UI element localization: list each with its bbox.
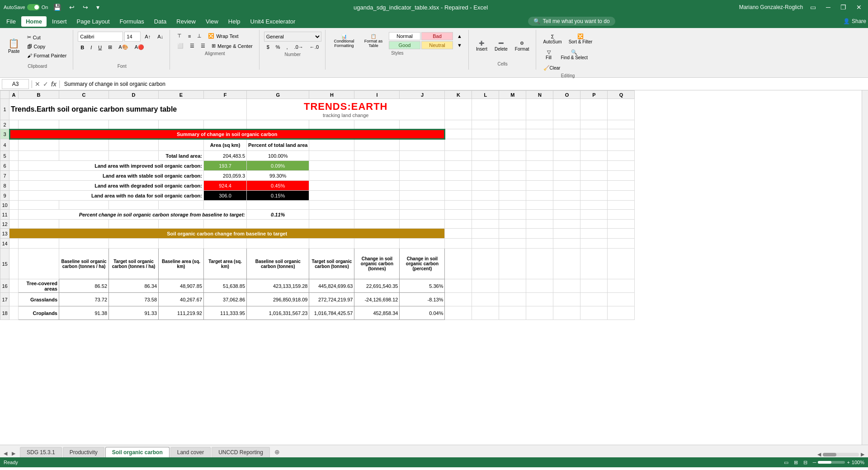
decrease-font-btn[interactable]: A↓ [155,33,166,41]
styles-up-btn[interactable]: ▲ [454,32,465,40]
cell-M3[interactable] [499,129,526,139]
row-header-6[interactable]: 6 [0,161,9,171]
cell-L7[interactable] [472,171,499,181]
tab-next-btn[interactable]: ▶ [10,450,17,457]
cell-A1[interactable]: Trends.Earth soil organic carbon summary… [9,99,247,120]
cell-M8[interactable] [499,181,526,191]
cell-F15[interactable]: Target area (sq. km) [204,249,247,279]
cell-O5[interactable] [553,151,580,161]
style-bad[interactable]: Bad [421,32,453,40]
row-header-11[interactable]: 11 [0,210,9,220]
cell-H6[interactable] [309,161,354,171]
cell-A14[interactable] [9,239,19,249]
cell-J12[interactable] [400,220,445,229]
cell-K12[interactable] [445,220,472,229]
formula-cancel-icon[interactable]: ✕ [35,80,40,88]
cell-E2[interactable] [159,120,204,129]
cell-L3[interactable] [472,129,499,139]
cell-L1[interactable] [472,99,499,120]
grid-scroll[interactable]: A B C D E F G H I J K L M N O [0,90,862,445]
cell-A8[interactable] [9,181,19,191]
format-painter-btn[interactable]: 🖌 Format Painter [24,52,70,60]
cell-N16[interactable] [526,279,553,293]
cell-A3[interactable]: Summary of change in soil organic carbon [9,129,445,139]
align-center-btn[interactable]: ☰ [187,42,197,50]
cell-P18[interactable] [580,306,608,320]
cell-A16[interactable] [9,279,19,293]
cell-P5[interactable] [580,151,608,161]
cell-C2[interactable] [59,120,109,129]
restore-btn[interactable]: ❐ [838,3,849,12]
row-header-2[interactable]: 2 [0,120,9,129]
cell-A13[interactable]: Soil organic carbon change from baseline… [9,229,445,239]
fill-btn[interactable]: ▽ Fill [541,47,557,62]
cell-K15[interactable] [445,249,472,279]
cell-P16[interactable] [580,279,608,293]
insert-btn[interactable]: ➕ Insert [473,32,490,61]
tab-productivity[interactable]: Productivity [63,447,104,457]
row-header-8[interactable]: 8 [0,181,9,191]
bold-btn[interactable]: B [78,43,87,52]
col-header-M[interactable]: M [499,91,526,99]
cell-H11[interactable] [309,210,354,220]
cell-C17[interactable]: 73.72 [59,293,109,306]
col-header-D[interactable]: D [109,91,159,99]
cell-N14[interactable] [526,239,553,249]
row-header-16[interactable]: 16 [0,279,9,293]
cell-E10[interactable] [159,201,204,210]
cell-C4[interactable] [59,139,109,151]
number-format-select[interactable]: General [264,32,321,42]
cell-P3[interactable] [580,129,608,139]
cell-A12[interactable] [9,220,19,229]
cell-H16[interactable]: 445,824,699.63 [309,279,354,293]
cell-I5[interactable] [354,151,400,161]
cell-A10[interactable] [9,201,19,210]
cell-N12[interactable] [526,220,553,229]
cell-K8[interactable] [445,181,472,191]
cell-M13[interactable] [499,229,526,239]
percent-btn[interactable]: % [273,43,283,51]
cell-L14[interactable] [472,239,499,249]
cell-H14[interactable] [309,239,354,249]
cell-D2[interactable] [109,120,159,129]
cell-N18[interactable] [526,306,553,320]
merge-center-btn[interactable]: ⊞ Merge & Center [209,42,255,50]
menu-insert[interactable]: Insert [47,16,71,27]
cell-ref-input[interactable] [2,79,29,89]
cell-J10[interactable] [400,201,445,210]
cell-A5[interactable] [9,151,19,161]
cell-A15[interactable] [9,249,19,279]
cell-G18[interactable]: 1,016,331,567.23 [247,306,309,320]
cell-B17[interactable]: Grasslands [19,293,59,306]
col-header-L[interactable]: L [472,91,499,99]
autosave-toggle[interactable]: AutoSave On [4,4,48,10]
share-btn[interactable]: 👤Share [843,18,866,24]
cell-P7[interactable] [580,171,608,181]
menu-formulas[interactable]: Formulas [115,16,149,27]
cell-G9[interactable]: 0.15% [247,191,309,201]
col-header-B[interactable]: B [19,91,59,99]
cell-E15[interactable]: Baseline area (sq. km) [159,249,204,279]
menu-view[interactable]: View [201,16,223,27]
cell-A2[interactable] [9,120,19,129]
cell-L8[interactable] [472,181,499,191]
cell-C5[interactable] [59,151,109,161]
zoom-out-btn[interactable]: ─ [813,460,816,465]
cell-N10[interactable] [526,201,553,210]
cell-M6[interactable] [499,161,526,171]
cell-L11[interactable] [472,210,499,220]
cell-I16[interactable]: 22,691,540.35 [354,279,400,293]
cell-D14[interactable] [109,239,159,249]
row-header-4[interactable]: 4 [0,139,9,151]
align-bottom-btn[interactable]: ⊥ [194,32,204,40]
cell-N1[interactable] [526,99,553,120]
cell-Q4[interactable] [608,139,635,151]
cell-F2[interactable] [204,120,247,129]
ribbon-toggle-btn[interactable]: ▭ [807,3,819,12]
cell-O13[interactable] [553,229,580,239]
row-header-17[interactable]: 17 [0,293,9,306]
cell-L12[interactable] [472,220,499,229]
cell-J6[interactable] [400,161,445,171]
cell-Q6[interactable] [608,161,635,171]
autosave-switch[interactable] [27,4,40,10]
